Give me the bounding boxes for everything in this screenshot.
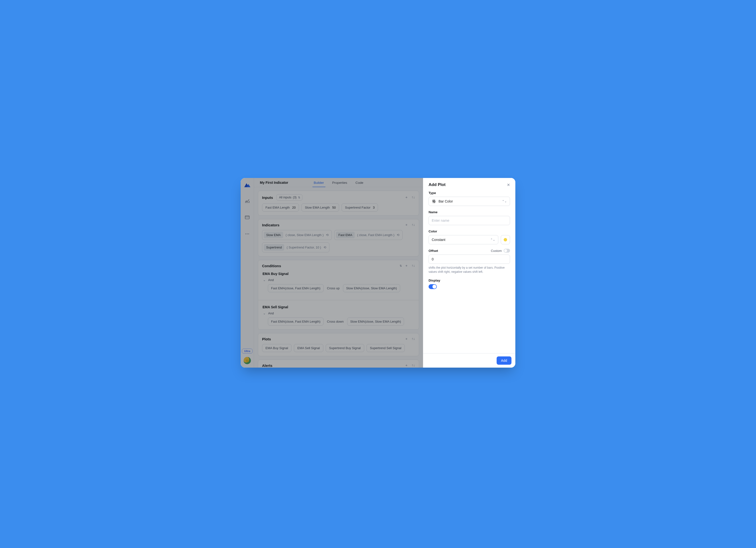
add-button[interactable]: Add (497, 356, 511, 365)
nav-rail: Ultra 🙂 (241, 178, 254, 368)
chevron-updown-icon: ⌃⌄ (502, 200, 507, 203)
plots-section: Plots ＋ ↑↓ EMA Buy SignalEMA Sell Signal… (258, 333, 419, 356)
indicators-title: Indicators (262, 223, 280, 227)
condition-right[interactable]: Slow EMA(close, Slow EMA Length) (347, 318, 404, 326)
plots-sort-icon[interactable]: ↑↓ (412, 337, 415, 341)
add-plot-panel: Add Plot ✕ Type Bar Color ⌃⌄ (423, 178, 515, 368)
input-chip[interactable]: Slow EMA Length50 (301, 203, 339, 212)
inputs-add-icon[interactable]: ＋ (405, 195, 408, 200)
alerts-add-icon[interactable]: ＋ (405, 363, 408, 368)
offset-custom-toggle[interactable] (504, 249, 510, 253)
plot-chip[interactable]: EMA Sell Signal (294, 344, 323, 352)
color-swatch-button[interactable] (501, 235, 510, 244)
condition-name: EMA Sell Signal (262, 304, 415, 311)
input-value: 50 (332, 206, 336, 209)
tab-code[interactable]: Code (355, 178, 363, 187)
svg-rect-0 (245, 216, 249, 219)
indicator-args: ( Supertrend Factor, 10 ) (287, 246, 321, 249)
offset-custom-label: Custom (491, 249, 502, 253)
conditions-reorder-icon[interactable]: ⇅ (400, 264, 401, 268)
condition-left[interactable]: Fast EMA(close, Fast EMA Length) (268, 318, 324, 326)
color-select[interactable]: Constant ⌃⌄ (429, 235, 498, 244)
input-value: 20 (292, 206, 296, 209)
indicator-chip[interactable]: Supertrend( Supertrend Factor, 10 )⟲ (262, 242, 329, 252)
indicators-sort-icon[interactable]: ↑↓ (412, 223, 415, 227)
chevron-down-icon: ⌄ (263, 278, 266, 282)
color-label: Color (429, 230, 510, 233)
plan-badge[interactable]: Ultra (242, 349, 252, 354)
condition-operator[interactable]: Cross down (327, 320, 344, 323)
condition-op: And (268, 278, 274, 282)
close-icon[interactable]: ✕ (507, 183, 510, 187)
tab-builder[interactable]: Builder (314, 178, 324, 187)
condition-right[interactable]: Slow EMA(close, Slow EMA Length) (343, 284, 400, 292)
offset-help: shifts the plot horizontally by a set nu… (429, 266, 510, 274)
plot-chip[interactable]: Supertrend Buy Signal (326, 344, 364, 352)
svg-rect-6 (433, 200, 434, 202)
conditions-sort-icon[interactable]: ↑↓ (412, 264, 415, 268)
indicator-chip[interactable]: Slow EMA( close, Slow EMA Length )⟲ (262, 230, 332, 240)
chevron-down-icon: ⌄ (263, 311, 266, 315)
svg-point-3 (247, 233, 247, 234)
inputs-sort-icon[interactable]: ↑↓ (412, 195, 415, 200)
conditions-title: Conditions (262, 264, 281, 268)
nav-chart-icon[interactable] (244, 197, 251, 204)
indicators-add-icon[interactable]: ＋ (405, 223, 408, 227)
candlestick-icon (432, 199, 436, 203)
name-label: Name (429, 210, 510, 214)
user-avatar[interactable]: 🙂 (244, 357, 251, 364)
indicators-section: Indicators ＋ ↑↓ Slow EMA( close, Slow EM… (258, 219, 419, 256)
plot-chip[interactable]: Supertrend Sell Signal (367, 344, 405, 352)
app-logo[interactable] (244, 182, 251, 188)
svg-point-4 (248, 233, 249, 234)
inputs-section: Inputs All inputs (3) ⇅ ＋ ↑↓ Fast EMA Le… (258, 191, 419, 216)
svg-rect-8 (434, 201, 435, 202)
chevron-updown-icon: ⌃⌄ (490, 238, 495, 241)
offset-input[interactable] (429, 255, 510, 264)
inputs-filter[interactable]: All inputs (3) ⇅ (276, 194, 302, 201)
indicator-args: ( close, Fast EMA Length ) (357, 233, 394, 237)
condition-op: And (268, 311, 274, 315)
builder-content: Inputs All inputs (3) ⇅ ＋ ↑↓ Fast EMA Le… (254, 187, 423, 368)
condition-op-row[interactable]: ⌄ And (262, 311, 415, 318)
indicator-name: Fast EMA (336, 232, 355, 238)
plots-title: Plots (262, 337, 271, 341)
tab-properties[interactable]: Properties (332, 178, 347, 187)
name-input[interactable] (429, 216, 510, 225)
indicator-title: My First Indicator (260, 181, 288, 185)
svg-point-2 (245, 233, 246, 234)
condition-left[interactable]: Fast EMA(close, Fast EMA Length) (268, 284, 324, 292)
display-toggle[interactable] (429, 284, 437, 289)
tab-bar: Builder Properties Code (314, 178, 363, 187)
plots-add-icon[interactable]: ＋ (405, 337, 408, 341)
indicator-args: ( close, Slow EMA Length ) (286, 233, 324, 237)
type-value: Bar Color (439, 199, 453, 203)
plot-chip[interactable]: EMA Buy Signal (262, 344, 291, 352)
color-value: Constant (432, 238, 445, 242)
sync-icon: ⟲ (326, 233, 329, 237)
type-select[interactable]: Bar Color ⌃⌄ (429, 197, 510, 206)
input-label: Slow EMA Length (305, 206, 330, 209)
nav-card-icon[interactable] (244, 214, 251, 221)
app-window: Ultra 🙂 My First Indicator Builder Prope… (241, 178, 515, 368)
condition-name: EMA Buy Signal (262, 271, 415, 278)
alerts-sort-icon[interactable]: ↑↓ (412, 363, 415, 368)
input-label: Fast EMA Length (265, 206, 290, 209)
alerts-section: Alerts ＋ ↑↓ (258, 360, 419, 368)
condition-group: EMA Sell Signal ⌄ And Fast EMA(close, Fa… (258, 304, 419, 329)
input-chip[interactable]: Fast EMA Length20 (262, 203, 299, 212)
input-chip[interactable]: Supertrend Factor3 (342, 203, 378, 212)
conditions-add-icon[interactable]: ＋ (405, 264, 408, 268)
condition-op-row[interactable]: ⌄ And (262, 278, 415, 284)
indicator-chip[interactable]: Fast EMA( close, Fast EMA Length )⟲ (334, 230, 403, 240)
condition-operator[interactable]: Cross up (327, 286, 340, 290)
condition-group: EMA Buy Signal ⌄ And Fast EMA(close, Fas… (258, 271, 419, 296)
panel-title: Add Plot (429, 182, 446, 187)
input-value: 3 (373, 206, 375, 209)
input-label: Supertrend Factor (345, 206, 370, 209)
display-label: Display (429, 279, 510, 282)
conditions-section: Conditions ⇅ ＋ ↑↓ EMA Buy Signal ⌄ And F… (258, 260, 419, 330)
type-label: Type (429, 191, 510, 195)
color-swatch (504, 238, 507, 241)
nav-more-icon[interactable] (244, 230, 251, 237)
